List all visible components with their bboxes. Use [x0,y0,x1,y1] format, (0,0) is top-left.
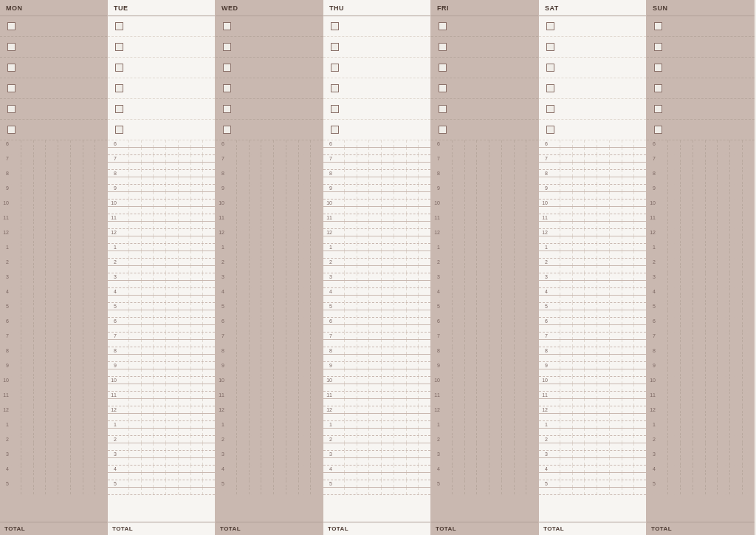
time-cell[interactable] [357,421,370,428]
time-cell[interactable] [21,488,34,494]
time-cell[interactable] [179,163,191,169]
time-cell[interactable] [237,436,250,443]
time-cell[interactable] [179,310,191,317]
time-cell[interactable] [95,170,107,177]
time-cell[interactable] [237,163,250,169]
time-cell[interactable] [237,318,250,324]
time-cell[interactable] [95,399,107,406]
time-cell[interactable] [560,155,573,162]
time-cell[interactable] [34,236,47,243]
time-cell[interactable] [34,222,47,228]
time-cell[interactable] [46,303,58,310]
time-cell[interactable] [610,222,622,228]
time-cell[interactable] [477,259,489,265]
time-cell[interactable] [34,333,47,339]
time-cell[interactable] [83,451,96,457]
time-cell[interactable] [730,170,743,177]
time-cell[interactable] [166,473,179,480]
time-cell[interactable] [718,244,730,251]
time-cell[interactable] [502,288,515,295]
time-cell[interactable] [743,288,755,295]
time-cell[interactable] [58,140,71,147]
time-cell[interactable] [526,170,538,177]
time-cell[interactable] [332,288,345,295]
time-cell[interactable] [597,451,610,457]
time-cell[interactable] [46,421,58,428]
time-cell[interactable] [718,421,730,428]
time-cell[interactable] [34,414,47,420]
time-cell[interactable] [9,429,21,435]
time-cell[interactable] [489,296,502,302]
time-cell[interactable] [440,222,453,228]
time-cell[interactable] [154,325,166,332]
time-cell[interactable] [693,318,706,324]
time-cell[interactable] [261,192,274,199]
time-cell[interactable] [250,443,262,450]
time-cell[interactable] [357,392,370,398]
time-cell[interactable] [681,251,693,258]
time-cell[interactable] [154,266,166,273]
time-cell[interactable] [191,259,204,265]
time-cell[interactable] [560,296,573,302]
time-cell[interactable] [71,163,83,169]
time-cell[interactable] [440,429,453,435]
time-cell[interactable] [274,473,286,480]
time-cell[interactable] [357,192,370,199]
time-cell[interactable] [730,310,743,317]
time-cell[interactable] [345,266,357,273]
time-cell[interactable] [299,347,312,354]
time-cell[interactable] [71,251,83,258]
time-cell[interactable] [477,236,489,243]
time-cell[interactable] [117,244,129,251]
time-cell[interactable] [718,155,730,162]
time-cell[interactable] [743,303,755,310]
time-cell[interactable] [46,214,58,221]
time-cell[interactable] [191,185,204,191]
time-cell[interactable] [634,480,646,487]
time-cell[interactable] [668,480,681,487]
time-cell[interactable] [34,273,47,280]
time-cell[interactable] [489,451,502,457]
time-cell[interactable] [34,185,47,191]
time-cell[interactable] [203,384,215,391]
time-cell[interactable] [489,340,502,347]
time-cell[interactable] [502,347,515,354]
time-cell[interactable] [95,163,107,169]
time-cell[interactable] [465,392,478,398]
time-cell[interactable] [286,281,299,287]
time-cell[interactable] [261,451,274,457]
time-cell[interactable] [191,325,204,332]
time-cell[interactable] [166,392,179,398]
time-cell[interactable] [129,148,142,154]
time-cell[interactable] [166,414,179,420]
time-cell[interactable] [142,355,154,361]
time-cell[interactable] [560,177,573,184]
time-cell[interactable] [58,259,71,265]
time-cell[interactable] [515,406,527,413]
time-cell[interactable] [129,222,142,228]
time-cell[interactable] [382,414,394,420]
time-cell[interactable] [203,347,215,354]
time-cell[interactable] [548,148,560,154]
time-cell[interactable] [179,259,191,265]
time-cell[interactable] [224,369,237,376]
time-cell[interactable] [9,170,21,177]
time-cell[interactable] [382,259,394,265]
time-cell[interactable] [357,466,370,472]
time-cell[interactable] [311,347,323,354]
time-cell[interactable] [129,244,142,251]
time-cell[interactable] [634,148,646,154]
time-cell[interactable] [560,340,573,347]
time-cell[interactable] [394,185,407,191]
time-cell[interactable] [179,458,191,465]
time-cell[interactable] [274,259,286,265]
time-cell[interactable] [9,488,21,494]
time-cell[interactable] [34,466,47,472]
time-cell[interactable] [166,362,179,369]
time-cell[interactable] [502,466,515,472]
time-cell[interactable] [730,414,743,420]
time-cell[interactable] [743,266,755,273]
time-cell[interactable] [706,451,718,457]
time-cell[interactable] [117,406,129,413]
time-cell[interactable] [191,229,204,236]
